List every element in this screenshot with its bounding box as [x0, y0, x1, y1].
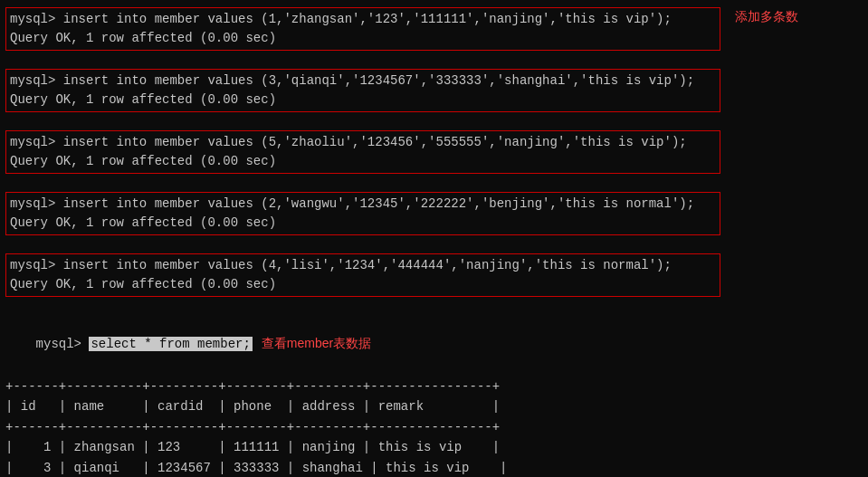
sql-block-3: mysql> insert into member values (5,'zha…: [5, 130, 720, 174]
sql-line-2-2: Query OK, 1 row affected (0.00 sec): [10, 91, 716, 110]
sql-block-row-5: mysql> insert into member values (4,'lis…: [5, 253, 863, 306]
sql-line-3-1: mysql> insert into member values (5,'zha…: [10, 133, 716, 152]
annotation-add-multi: 添加多条数: [735, 9, 798, 25]
mysql-prompt: mysql>: [36, 337, 90, 351]
table-separator-header: +------+----------+---------+--------+--…: [5, 417, 863, 437]
terminal: mysql> insert into member values (1,'zha…: [0, 0, 868, 477]
table-row-1: | 1 | zhangsan | 123 | 111111 | nanjing …: [5, 437, 863, 457]
table-output: +------+----------+---------+--------+--…: [5, 377, 863, 477]
sql-block-row-3: mysql> insert into member values (5,'zha…: [5, 130, 863, 183]
sql-line-5-1: mysql> insert into member values (4,'lis…: [10, 256, 716, 275]
sql-block-2: mysql> insert into member values (3,'qia…: [5, 69, 720, 112]
sql-block-1: mysql> insert into member values (1,'zha…: [5, 7, 720, 51]
table-separator-top: +------+----------+---------+--------+--…: [5, 377, 863, 396]
sql-block-row-4: mysql> insert into member values (2,'wan…: [5, 192, 863, 244]
sql-line-1-1: mysql> insert into member values (1,'zha…: [10, 10, 716, 29]
table-row-2: | 3 | qianqi | 1234567 | 333333 | shangh…: [5, 458, 863, 477]
sql-block-row-1: mysql> insert into member values (1,'zha…: [5, 7, 863, 60]
sql-line-3-2: Query OK, 1 row affected (0.00 sec): [10, 152, 716, 171]
sql-block-row-2: mysql> insert into member values (3,'qia…: [5, 69, 863, 121]
sql-line-2-1: mysql> insert into member values (3,'qia…: [10, 72, 716, 91]
table-header: | id | name | cardid | phone | address |…: [5, 396, 863, 416]
sql-block-5: mysql> insert into member values (4,'lis…: [5, 253, 720, 297]
select-command-line: mysql> select * from member;查看member表数据: [5, 315, 863, 373]
sql-block-4: mysql> insert into member values (2,'wan…: [5, 192, 720, 235]
sql-line-4-1: mysql> insert into member values (2,'wan…: [10, 195, 716, 214]
sql-line-4-2: Query OK, 1 row affected (0.00 sec): [10, 214, 716, 233]
select-command[interactable]: select * from member;: [89, 337, 252, 351]
sql-line-1-2: Query OK, 1 row affected (0.00 sec): [10, 29, 716, 48]
sql-line-5-2: Query OK, 1 row affected (0.00 sec): [10, 275, 716, 294]
select-annotation: 查看member表数据: [262, 336, 371, 350]
